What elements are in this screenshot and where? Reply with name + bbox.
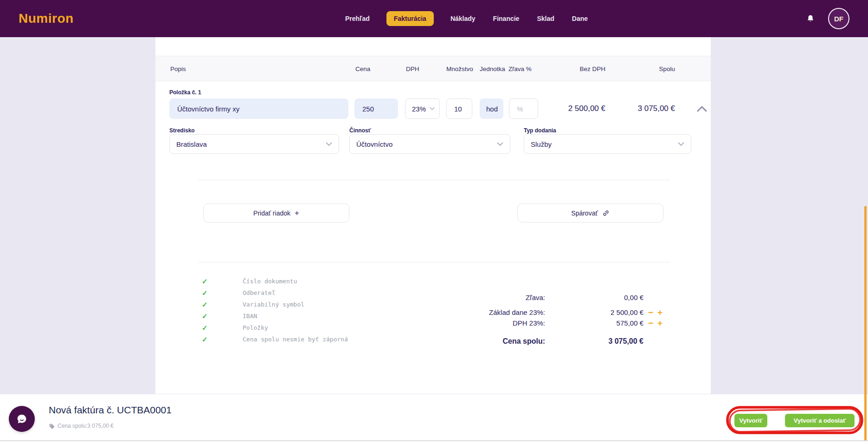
collapse-item-chevron-up-icon[interactable] [696,105,707,112]
check-icon: ✓ [202,313,211,320]
column-header-zlava: Zľava % [508,56,532,82]
quantity-input-wrap [446,98,472,119]
create-button[interactable]: Vytvoriť [734,414,767,427]
viewport-bottom-strip [0,441,868,444]
activity-label: Činnosť [349,127,371,134]
vat-select[interactable]: 23% [405,98,440,119]
right-edge-orange-marker [864,206,867,440]
plus-icon: + [295,209,299,218]
activity-select-value: Účtovníctvo [356,140,392,148]
item-total-amount: 3 075,00 € [638,98,675,119]
totals-row-vat: DPH 23%: 575,00 € − + [406,318,684,328]
check-icon: ✓ [202,301,211,308]
center-select-value: Bratislava [176,140,207,148]
check-icon: ✓ [202,336,211,343]
delivery-type-label: Typ dodania [524,127,556,134]
column-header-popis: Popis [170,56,186,82]
checklist-item: ✓ IBAN [155,313,348,320]
column-header-bezdph: Bez DPH [579,56,605,82]
brand-logo[interactable]: Numiron [19,0,74,37]
nav-item-prehlad[interactable]: Prehľad [344,11,371,26]
create-and-send-button[interactable]: Vytvoriť a odoslať [785,414,855,427]
invoice-subtotal-text: Cena spolu:3 075,00 € [58,423,114,429]
totals-value: 2 500,00 € [545,308,643,316]
decrease-icon[interactable]: − [648,319,653,327]
pair-label: Spárovať [571,209,598,217]
description-input-wrap [169,98,348,119]
check-icon: ✓ [202,324,211,331]
check-icon: ✓ [202,289,211,296]
nav-item-fakturacia[interactable]: Fakturácia [386,11,434,26]
totals-value: 575,00 € [545,319,643,327]
column-header-spolu: Spolu [659,56,675,82]
unit-field[interactable]: hod [480,98,503,119]
notifications-bell-icon[interactable] [805,14,816,24]
top-navigation-bar: Numiron Prehľad Fakturácia Náklady Finan… [0,0,868,37]
chevron-down-icon [430,107,435,111]
chat-bubble-icon[interactable] [9,406,35,432]
divider [199,180,670,180]
chevron-down-icon [326,142,332,146]
checklist-item-label: IBAN [243,313,257,320]
nav-item-dane[interactable]: Dane [571,11,589,26]
user-avatar[interactable]: DF [828,8,849,29]
nav-item-naklady[interactable]: Náklady [450,11,476,26]
totals-row-tax-base: Základ dane 23%: 2 500,00 € − + [406,307,684,317]
items-table-header: Popis Cena DPH Množstvo Jednotka Zľava %… [155,56,711,81]
center-select[interactable]: Bratislava [169,134,339,154]
add-row-label: Pridať riadok [253,209,290,217]
checklist-item-label: Číslo dokumentu [243,278,297,285]
amount-adjusters: − + [648,308,662,317]
amount-adjusters: − + [648,319,662,327]
increase-icon[interactable]: + [657,308,662,317]
description-input[interactable] [170,99,348,118]
checklist-item: ✓ Číslo dokumentu [155,278,348,285]
delivery-type-select-value: Služby [531,140,552,148]
tag-icon [49,423,55,429]
totals-value: 3 075,00 € [545,337,643,346]
checklist-item: ✓ Odberateľ [155,289,348,296]
discount-input-wrap [509,98,538,119]
main-nav: Prehľad Fakturácia Náklady Financie Skla… [344,0,589,37]
bottom-action-bar: Nová faktúra č. UCTBA0001 Cena spolu:3 0… [0,394,868,440]
discount-input[interactable] [509,99,538,118]
checklist-item: ✓ Cena spolu nesmie byť záporná [155,336,348,343]
invoice-title: Nová faktúra č. UCTBA0001 [49,405,172,416]
item-row-label: Položka č. 1 [169,89,201,96]
check-icon: ✓ [202,278,211,285]
chevron-down-icon [497,142,503,146]
totals-value: 0,00 € [545,294,643,301]
link-icon [602,209,610,217]
invoice-subtotal-row: Cena spolu:3 075,00 € [49,423,114,429]
price-input[interactable] [355,99,398,118]
add-row-button[interactable]: Pridať riadok + [203,203,349,222]
nav-item-financie[interactable]: Financie [492,11,521,26]
quantity-input[interactable] [447,99,472,118]
pair-button[interactable]: Spárovať [517,203,663,222]
nav-item-sklad[interactable]: Sklad [536,11,555,26]
vat-select-value: 23% [412,105,426,113]
column-header-jednotka: Jednotka [480,56,505,82]
checklist-item-label: Variabilný symbol [243,301,304,308]
checklist-item: ✓ Položky [155,324,348,331]
totals-label: DPH 23%: [406,319,545,327]
checklist-item-label: Položky [243,324,268,331]
totals-row-grand-total: Cena spolu: 3 075,00 € [406,336,684,346]
decrease-icon[interactable]: − [648,308,653,317]
checklist-item: ✓ Variabilný symbol [155,301,348,308]
totals-label: Základ dane 23%: [406,308,545,316]
checklist-item-label: Odberateľ [243,289,275,296]
delivery-type-select[interactable]: Služby [524,134,691,154]
invoice-items-card: Popis Cena DPH Množstvo Jednotka Zľava %… [155,37,711,394]
activity-select[interactable]: Účtovníctvo [349,134,510,154]
column-header-dph: DPH [406,56,419,82]
totals-label: Cena spolu: [406,337,545,346]
totals-label: Zľava: [406,294,545,301]
totals-row-discount: Zľava: 0,00 € [406,292,684,302]
column-header-mnozstvo: Množstvo [446,56,473,82]
column-header-cena: Cena [355,56,370,82]
increase-icon[interactable]: + [657,319,662,327]
app-window: Numiron Prehľad Fakturácia Náklady Finan… [0,0,868,444]
validation-checklist: ✓ Číslo dokumentu ✓ Odberateľ ✓ Variabil… [155,278,348,343]
chevron-down-icon [678,142,684,146]
